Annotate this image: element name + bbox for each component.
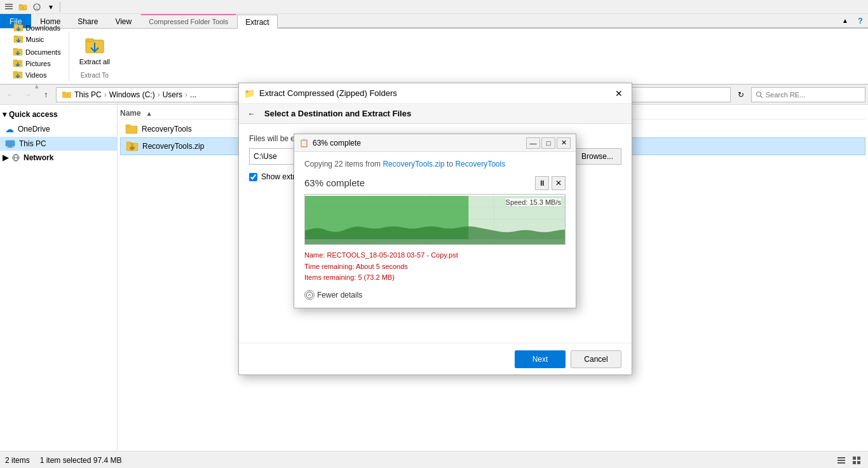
search-box[interactable] xyxy=(751,87,865,102)
tab-share[interactable]: Share xyxy=(69,14,106,28)
sidebar-section-network[interactable]: ▶ Network xyxy=(0,151,117,165)
svg-rect-32 xyxy=(7,148,13,148)
svg-rect-9 xyxy=(14,24,18,25)
svg-rect-15 xyxy=(13,48,17,50)
progress-body: Copying 22 items from RecoveryTools.zip … xyxy=(294,152,576,308)
svg-rect-18 xyxy=(13,60,17,61)
ribbon-btn-documents[interactable]: Documents xyxy=(10,47,64,57)
progress-title-bar: 📋 63% complete — □ ✕ xyxy=(294,134,576,152)
network-icon xyxy=(11,153,21,162)
svg-rect-12 xyxy=(14,36,18,37)
progress-pause-btn[interactable]: ⏸ xyxy=(535,176,549,190)
svg-rect-30 xyxy=(6,141,15,146)
large-icons-view-btn[interactable] xyxy=(850,454,863,467)
sidebar-section-quick-access[interactable]: ▾ Quick access xyxy=(0,107,117,121)
svg-rect-47 xyxy=(853,461,856,464)
svg-line-29 xyxy=(761,95,763,98)
item-count: 2 items xyxy=(5,456,30,465)
new-folder-icon[interactable]: + xyxy=(17,1,29,13)
svg-rect-26 xyxy=(62,92,71,98)
svg-rect-24 xyxy=(86,39,93,41)
ribbon-btn-videos[interactable]: Videos xyxy=(10,70,64,80)
show-files-checkbox[interactable] xyxy=(249,173,257,181)
extract-dialog-select-label: Select a Destination and Extract Files xyxy=(264,109,411,118)
svg-text:i: i xyxy=(36,5,37,10)
extract-cancel-btn[interactable]: Cancel xyxy=(571,350,621,368)
details-view-btn[interactable] xyxy=(835,454,848,467)
sidebar-item-onedrive[interactable]: ☁ OneDrive xyxy=(0,121,117,137)
svg-rect-46 xyxy=(857,457,860,460)
copy-info: Copying 22 items from RecoveryTools.zip … xyxy=(304,160,566,169)
extract-dialog-title: Extract Compressed (Zipped) Folders xyxy=(259,88,611,98)
progress-details: Name: RECTOOLS_18-05-2018 03-57 - Copy.p… xyxy=(304,250,566,284)
folder-icon xyxy=(125,123,138,135)
ribbon-tabs: File Home Share View Compressed Folder T… xyxy=(0,14,868,28)
tab-view[interactable]: View xyxy=(107,14,140,28)
progress-dialog-icon: 📋 xyxy=(299,139,309,148)
extract-to-label: Extract To xyxy=(81,72,109,79)
sidebar: ▾ Quick access ☁ OneDrive This PC ▶ xyxy=(0,105,118,451)
svg-rect-1 xyxy=(5,6,13,7)
fewer-details-btn[interactable]: Fewer details xyxy=(304,290,566,300)
ribbon: File Home Share View Compressed Folder T… xyxy=(0,14,868,85)
system-menu-icon[interactable] xyxy=(3,1,15,13)
svg-text:+: + xyxy=(22,6,24,10)
svg-text:ZIP: ZIP xyxy=(130,146,135,150)
zip-icon: ZIP xyxy=(126,141,139,152)
svg-rect-2 xyxy=(5,8,13,10)
search-icon xyxy=(756,91,763,99)
file-name-value: RECTOOLS_18-05-2018 03-57 - Copy.pst xyxy=(327,251,458,259)
svg-rect-0 xyxy=(5,4,13,5)
extract-dialog-footer: Next Cancel xyxy=(239,343,632,375)
svg-rect-42 xyxy=(837,457,845,458)
progress-chart: Speed: 15.3 MB/s xyxy=(304,194,566,245)
progress-maximize-btn[interactable]: □ xyxy=(541,137,555,149)
properties-icon[interactable]: i xyxy=(31,1,43,13)
extract-next-btn[interactable]: Next xyxy=(515,350,566,368)
time-remaining-label: Time remaining: xyxy=(304,263,354,270)
svg-rect-31 xyxy=(8,146,12,148)
progress-window-controls: — □ ✕ xyxy=(526,137,571,149)
svg-rect-48 xyxy=(857,461,860,464)
ribbon-btn-music[interactable]: Music xyxy=(11,34,63,45)
svg-rect-39 xyxy=(126,142,131,144)
search-input[interactable] xyxy=(766,91,861,99)
customize-icon[interactable]: ▾ xyxy=(44,1,57,13)
ribbon-minimize-btn[interactable]: ▲ xyxy=(837,14,853,28)
dest-link[interactable]: RecoveryTools xyxy=(455,160,505,169)
selected-info: 1 item selected 97.4 MB xyxy=(40,456,122,465)
source-link[interactable]: RecoveryTools.zip xyxy=(383,160,444,169)
extract-dialog-icon: 📁 xyxy=(244,88,254,99)
svg-rect-44 xyxy=(837,462,845,464)
svg-rect-27 xyxy=(62,92,65,93)
progress-minimize-btn[interactable]: — xyxy=(526,137,540,149)
help-btn[interactable]: ? xyxy=(853,14,868,28)
items-remaining-row: Items remaining: 5 (73.2 MB) xyxy=(304,272,566,284)
column-header-name: Name xyxy=(120,109,141,118)
progress-dialog-title: 63% complete xyxy=(313,139,522,148)
extract-dialog-back-btn[interactable]: ← xyxy=(244,106,259,121)
progress-action-controls: ⏸ ✕ xyxy=(535,176,566,190)
items-remaining-label: Items remaining: xyxy=(304,273,356,281)
ribbon-content-area: Downloads Music Documents Pictures xyxy=(0,28,868,84)
extract-dialog-nav: ← Select a Destination and Extract Files xyxy=(239,104,632,124)
progress-close-btn[interactable]: ✕ xyxy=(557,137,571,149)
ribbon-btn-extract-all[interactable]: Extract all xyxy=(74,34,115,68)
progress-cancel-btn[interactable]: ✕ xyxy=(552,176,566,190)
refresh-btn[interactable]: ↻ xyxy=(733,87,749,102)
extract-dialog-close-btn[interactable]: ✕ xyxy=(611,86,627,101)
browse-btn[interactable]: Browse... xyxy=(573,148,621,165)
ribbon-section-destinations: Downloads Music Documents Pictures xyxy=(5,31,69,81)
svg-rect-36 xyxy=(126,126,137,134)
tab-extract[interactable]: Extract xyxy=(237,15,277,29)
svg-rect-45 xyxy=(853,457,856,460)
file-name-row: Name: RECTOOLS_18-05-2018 03-57 - Copy.p… xyxy=(304,250,566,261)
ribbon-btn-downloads[interactable]: Downloads xyxy=(11,23,63,33)
speed-label: Speed: 15.3 MB/s xyxy=(506,198,561,206)
nav-back-btn[interactable]: ← xyxy=(3,87,18,102)
sidebar-item-this-pc[interactable]: This PC xyxy=(0,137,117,151)
svg-rect-21 xyxy=(13,71,17,72)
fewer-details-label: Fewer details xyxy=(317,291,362,299)
ribbon-btn-pictures[interactable]: Pictures xyxy=(10,59,64,69)
time-remaining-row: Time remaining: About 5 seconds xyxy=(304,261,566,273)
